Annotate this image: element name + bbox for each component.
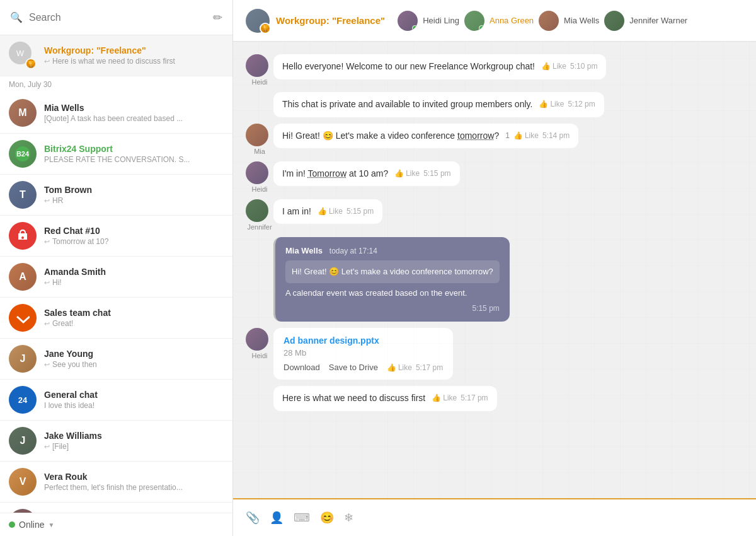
list-item[interactable]: B24 Bitrix24 SupportPLEASE RATE THE CONV… bbox=[0, 134, 232, 175]
mention-icon[interactable]: 👤 bbox=[270, 511, 284, 525]
quoted-meta: 5:15 pm bbox=[285, 303, 500, 314]
chat-input-bar: 📎 👤 ⌨ 😊 ❄ bbox=[233, 498, 756, 536]
search-bar: 🔍 ✏ bbox=[0, 0, 232, 35]
msg-sender-label: Heidi bbox=[251, 78, 267, 86]
msg-avatar-jennifer bbox=[246, 199, 268, 222]
msg-time: 5:15 pm bbox=[346, 206, 374, 217]
bottom-bar: Online ▼ bbox=[0, 513, 232, 536]
msg-time: 5:12 pm bbox=[568, 99, 595, 110]
like-button[interactable]: 👍 Like bbox=[432, 393, 457, 404]
date-separator: Mon, July 30 bbox=[0, 76, 232, 93]
message-row: Heidi I'm in! Tomorrow at 10 am? 👍 Like … bbox=[246, 161, 743, 193]
attachment-icon[interactable]: 📎 bbox=[246, 511, 260, 525]
list-item[interactable]: A Amanda Smith↩Hi! bbox=[0, 257, 232, 298]
msg-meta: 👍 Like 5:15 pm bbox=[394, 168, 450, 179]
like-label: Like bbox=[406, 168, 420, 179]
member-name-jennifer: Jennifer Warner bbox=[629, 16, 687, 25]
bubble-row: Hi! Great! 😊 Let's make a video conferen… bbox=[282, 130, 570, 143]
message-bubble: Here is what we need to discuss first 👍 … bbox=[273, 386, 497, 411]
message-text: Hi! Great! 😊 Let's make a video conferen… bbox=[282, 130, 499, 143]
avatar bbox=[9, 222, 37, 250]
msg-time: 5:14 pm bbox=[542, 131, 570, 141]
active-avatar: W 🏆 bbox=[9, 42, 37, 69]
member-avatar-mia bbox=[539, 11, 559, 31]
like-count: 1 bbox=[505, 131, 510, 141]
reply-icon: ↩ bbox=[44, 57, 50, 66]
quoted-original: Hi! Great! 😊 Let's make a video conferen… bbox=[285, 260, 500, 283]
online-dot-heidi bbox=[412, 25, 418, 31]
message-text: I am in! bbox=[282, 206, 311, 218]
message-row: Heidi Ad banner design.pptx 28 Mb Downlo… bbox=[246, 328, 743, 380]
compose-icon[interactable]: ✏ bbox=[213, 11, 222, 25]
like-button[interactable]: 👍 Like bbox=[394, 168, 420, 179]
search-input[interactable] bbox=[29, 12, 213, 23]
msg-time: 5:15 pm bbox=[423, 168, 450, 179]
msg-meta: 👍 Like 5:15 pm bbox=[318, 206, 374, 217]
like-button[interactable]: 👍 Like bbox=[318, 206, 343, 217]
message-row: Mia Wells today at 17:14 Hi! Great! 😊 Le… bbox=[273, 237, 743, 322]
list-item[interactable]: V Vera RoukPerfect them, let's finish th… bbox=[0, 462, 232, 503]
message-text: Hello everyone! Welcome to our new Freel… bbox=[282, 61, 535, 73]
msg-sender-label: Heidi bbox=[251, 352, 267, 359]
msg-avatar-heidi bbox=[246, 54, 268, 77]
msg-meta: 1 👍 Like 5:14 pm bbox=[505, 131, 570, 141]
bubble-row: This chat is private and available to in… bbox=[282, 98, 595, 111]
list-item[interactable]: M Mia Wells[Quote] A task has been creat… bbox=[0, 93, 232, 134]
active-chat-preview: ↩ Here is what we need to discuss first bbox=[44, 57, 224, 66]
list-item[interactable]: Sales team chat↩Great! bbox=[0, 298, 232, 339]
like-label: Like bbox=[398, 363, 412, 372]
msg-avatar-wrap: Heidi bbox=[246, 328, 273, 359]
quoted-text: A calendar event was created based on th… bbox=[285, 287, 500, 300]
underline-word: Tomorrow bbox=[308, 168, 346, 178]
workgroup-badge: 🏆 bbox=[25, 58, 37, 69]
msg-sender-label: Mia bbox=[254, 148, 265, 155]
msg-avatar-wrap: Heidi bbox=[246, 54, 273, 86]
list-item[interactable]: J Jake Williams↩[File] bbox=[0, 421, 232, 462]
bubble-row: Here is what we need to discuss first 👍 … bbox=[282, 392, 488, 405]
list-item[interactable]: T Tom Brown↩HR bbox=[0, 175, 232, 216]
avatar: J bbox=[9, 345, 37, 373]
emoji-icon[interactable]: 😊 bbox=[320, 511, 334, 525]
message-bubble: I am in! 👍 Like 5:15 pm bbox=[273, 199, 382, 224]
member-avatar-jennifer bbox=[604, 11, 624, 31]
active-chat-name: Workgroup: "Freelance" bbox=[44, 45, 224, 55]
download-button[interactable]: Download bbox=[284, 363, 320, 372]
list-item[interactable]: 24 General chatI love this idea! bbox=[0, 380, 232, 421]
msg-avatar-mia bbox=[246, 124, 268, 146]
msg-meta: 👍 Like 5:17 pm bbox=[432, 393, 488, 404]
message-row: Heidi Hello everyone! Welcome to our new… bbox=[246, 54, 743, 86]
chat-title-text: Workgroup: "Freelance" bbox=[276, 15, 385, 26]
chat-header-avatar: 🏆 bbox=[246, 9, 270, 33]
member-avatar-heidi bbox=[398, 11, 418, 31]
message-row: Mia Hi! Great! 😊 Let's make a video conf… bbox=[246, 124, 743, 155]
like-button[interactable]: 👍 Like bbox=[387, 363, 412, 372]
msg-sender-label: Heidi bbox=[251, 185, 267, 193]
list-item[interactable]: Red Chat #10↩Tomorrow at 10? bbox=[0, 216, 232, 257]
list-item[interactable]: J Jane Young↩See you then bbox=[0, 339, 232, 380]
keyboard-icon[interactable]: ⌨ bbox=[294, 511, 310, 525]
like-label: Like bbox=[550, 99, 564, 110]
like-button[interactable]: 👍 Like bbox=[513, 131, 539, 141]
avatar: T bbox=[9, 181, 37, 209]
list-item[interactable]: C Caroline Simon↩[File] bbox=[0, 503, 232, 513]
bubble-row: I'm in! Tomorrow at 10 am? 👍 Like 5:15 p… bbox=[282, 168, 451, 180]
snowflake-icon[interactable]: ❄ bbox=[344, 511, 353, 525]
online-dropdown-arrow[interactable]: ▼ bbox=[48, 521, 54, 528]
bubble-row: I am in! 👍 Like 5:15 pm bbox=[282, 206, 374, 218]
file-size: 28 Mb bbox=[284, 348, 443, 358]
like-label: Like bbox=[329, 206, 343, 217]
quoted-sender: Mia Wells today at 17:14 bbox=[285, 245, 500, 257]
online-dot-anna bbox=[479, 25, 484, 31]
message-row: This chat is private and available to in… bbox=[273, 92, 743, 117]
message-bubble: Hello everyone! Welcome to our new Freel… bbox=[273, 54, 606, 79]
svg-text:B24: B24 bbox=[16, 150, 30, 158]
online-indicator bbox=[9, 521, 15, 528]
save-to-drive-button[interactable]: Save to Drive bbox=[329, 363, 378, 372]
msg-time: 5:10 pm bbox=[570, 61, 597, 72]
active-chat-item[interactable]: W 🏆 Workgroup: "Freelance" ↩ Here is wha… bbox=[0, 35, 232, 76]
like-button[interactable]: 👍 Like bbox=[539, 99, 564, 110]
file-name: Ad banner design.pptx bbox=[284, 335, 443, 346]
message-row: Jennifer I am in! 👍 Like 5:15 pm bbox=[246, 199, 743, 231]
message-bubble: I'm in! Tomorrow at 10 am? 👍 Like 5:15 p… bbox=[273, 161, 460, 187]
like-button[interactable]: 👍 Like bbox=[541, 61, 566, 72]
